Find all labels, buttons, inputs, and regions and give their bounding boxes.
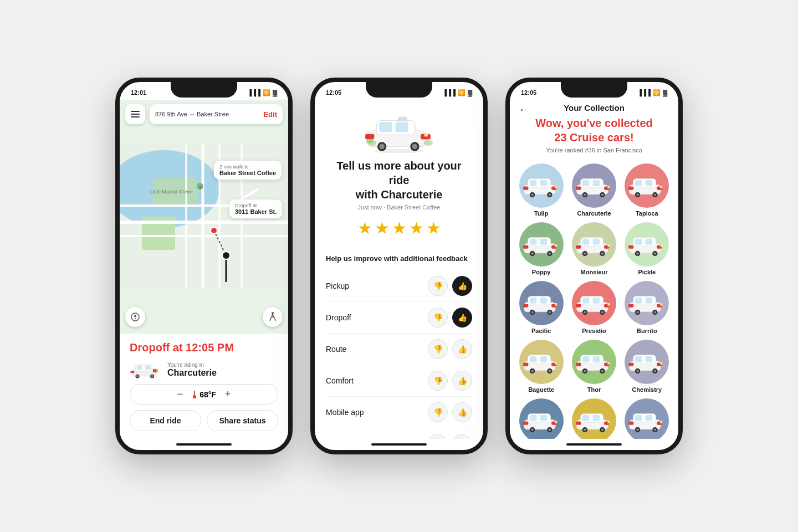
car-illustration <box>326 109 472 153</box>
car-circle-poppy[interactable] <box>519 222 564 267</box>
car-circle-charcuterie[interactable] <box>572 163 616 208</box>
car-circle-wiggle[interactable] <box>519 398 564 439</box>
star-5[interactable]: ★ <box>426 218 441 238</box>
menu-button[interactable] <box>125 104 145 124</box>
car-circle-pacific[interactable] <box>519 281 564 325</box>
svg-point-87 <box>654 193 657 196</box>
car-name-pickle: Pickle <box>638 269 656 275</box>
car-name-tapioca: Tapioca <box>636 210 658 217</box>
pickup-buttons: 👎 👍 <box>428 276 472 296</box>
temp-display: 68°F <box>192 390 216 399</box>
svg-rect-124 <box>529 298 536 304</box>
route-thumbdown[interactable]: 👎 <box>428 339 448 359</box>
mobileapp-thumbup[interactable]: 👍 <box>452 402 472 422</box>
car-name-poppy: Poppy <box>532 269 551 275</box>
pickup-thumbdown[interactable]: 👎 <box>428 276 448 296</box>
incar-thumbup[interactable]: 👍 <box>452 434 472 439</box>
car-card-burrito: Burrito <box>623 281 671 334</box>
car-circle-espresso[interactable] <box>625 398 669 439</box>
comfort-thumbup[interactable]: 👍 <box>452 371 472 391</box>
collection-title: Your Collection <box>564 103 625 112</box>
car-circle-baguette[interactable] <box>519 340 564 384</box>
phone-collection: 12:05 ▐▐▐ 🛜 ▓ ← Your Collection Wow, you… <box>505 78 683 454</box>
svg-rect-103 <box>593 239 600 245</box>
pickup-thumbup[interactable]: 👍 <box>452 276 472 296</box>
svg-rect-60 <box>523 187 528 190</box>
comfort-thumbdown[interactable]: 👎 <box>428 371 448 391</box>
car-circle-presidio[interactable] <box>572 281 616 325</box>
incar-thumbdown[interactable]: 👎 <box>428 434 448 439</box>
svg-rect-92 <box>540 239 547 245</box>
svg-point-96 <box>531 252 534 255</box>
end-ride-button[interactable]: End ride <box>130 410 201 431</box>
svg-rect-102 <box>582 239 590 245</box>
back-button[interactable]: ← <box>519 104 529 116</box>
svg-rect-99 <box>555 244 557 247</box>
collection-headline: Wow, you've collected 23 Cruise cars! <box>535 116 652 145</box>
svg-rect-59 <box>540 180 547 186</box>
svg-rect-44 <box>398 117 407 121</box>
svg-point-208 <box>601 428 604 431</box>
svg-rect-77 <box>607 186 610 188</box>
temp-minus-button[interactable]: − <box>177 388 183 400</box>
signal-icon-2: ▐▐▐ <box>443 89 456 96</box>
rating-title: Tell us more about your ride with Charcu… <box>326 158 472 202</box>
route-thumbup[interactable]: 👍 <box>452 339 472 359</box>
car-circle-thor[interactable] <box>572 340 616 384</box>
walk-button[interactable] <box>263 307 283 327</box>
svg-rect-22 <box>131 116 140 117</box>
svg-rect-71 <box>576 187 581 190</box>
svg-point-175 <box>601 370 604 372</box>
svg-point-54 <box>366 139 374 144</box>
car-card-goldie: Goldie <box>570 398 617 439</box>
svg-point-39 <box>193 395 196 398</box>
svg-rect-157 <box>529 356 536 362</box>
svg-rect-69 <box>582 180 590 186</box>
svg-rect-179 <box>635 356 642 362</box>
riding-in-label: You're riding in <box>167 362 217 368</box>
car-card-espresso: Espresso <box>623 398 671 439</box>
status-time-1: 12:01 <box>131 89 146 96</box>
scene: 12:01 ▐▐▐ 🛜 ▓ <box>93 55 705 477</box>
support-button[interactable] <box>125 307 145 327</box>
dropoff-thumbup[interactable]: 👍 <box>452 308 472 328</box>
svg-rect-132 <box>555 303 557 306</box>
car-circle-pickle[interactable] <box>625 222 669 267</box>
svg-point-48 <box>379 144 385 150</box>
svg-rect-31 <box>130 371 134 373</box>
stars-row[interactable]: ★ ★ ★ ★ ★ <box>326 218 472 238</box>
dropoff-thumbdown[interactable]: 👎 <box>428 308 448 328</box>
star-1[interactable]: ★ <box>357 218 372 238</box>
temp-plus-button[interactable]: + <box>225 388 231 400</box>
svg-point-85 <box>636 193 639 196</box>
edit-button[interactable]: Edit <box>260 110 277 119</box>
svg-rect-209 <box>607 421 610 423</box>
star-2[interactable]: ★ <box>375 218 390 238</box>
notch <box>171 82 237 98</box>
svg-rect-110 <box>607 244 610 247</box>
car-circle-chemistry[interactable] <box>625 340 669 384</box>
status-time-3: 12:05 <box>521 89 536 96</box>
status-time-2: 12:05 <box>326 89 341 96</box>
share-status-button[interactable]: Share status <box>207 410 278 431</box>
car-circle-tulip[interactable] <box>519 163 564 208</box>
svg-rect-143 <box>607 303 610 306</box>
mobileapp-thumbdown[interactable]: 👎 <box>428 402 448 422</box>
car-circle-monsieur[interactable] <box>572 222 616 267</box>
mobileapp-buttons: 👎 👍 <box>428 402 472 422</box>
car-name-chemistry: Chemistry <box>632 386 662 393</box>
svg-rect-220 <box>661 421 663 423</box>
svg-rect-180 <box>646 356 653 362</box>
svg-rect-198 <box>555 421 557 423</box>
action-row: End ride Share status <box>130 410 278 431</box>
svg-rect-113 <box>635 239 642 245</box>
wifi-icon-2: 🛜 <box>458 89 466 96</box>
svg-rect-159 <box>523 363 528 366</box>
status-icons-2: ▐▐▐ 🛜 ▓ <box>443 89 472 96</box>
car-circle-tapioca[interactable] <box>625 163 669 208</box>
car-circle-burrito[interactable] <box>625 281 669 325</box>
svg-rect-80 <box>635 180 642 186</box>
star-4[interactable]: ★ <box>409 218 424 238</box>
car-circle-goldie[interactable] <box>572 398 616 439</box>
star-3[interactable]: ★ <box>392 218 407 238</box>
